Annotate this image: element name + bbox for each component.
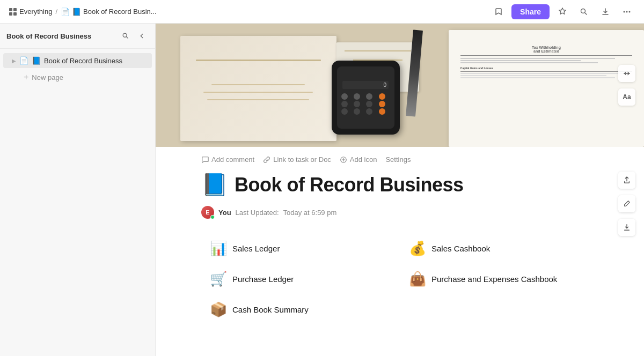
edit-button[interactable]	[618, 195, 635, 212]
svg-rect-2	[9, 12, 12, 16]
star-button[interactable]	[554, 3, 571, 20]
sidebar-icons	[119, 29, 149, 43]
topbar-left: Everything / 📄 📘 Book of Record Busin...	[9, 8, 486, 16]
new-page-plus-icon: +	[24, 72, 28, 82]
purchase-expenses-label: Purchase and Expenses Cashbook	[431, 275, 557, 284]
sidebar-collapse-button[interactable]	[135, 29, 149, 43]
svg-rect-3	[13, 12, 17, 16]
content-area: 0	[156, 24, 644, 356]
topbar: Everything / 📄 📘 Book of Record Busin...…	[0, 0, 644, 24]
share-button[interactable]: Share	[511, 4, 550, 19]
breadcrumb-sep: /	[55, 8, 57, 16]
sidebar-search-button[interactable]	[119, 29, 133, 43]
phone-screen: 0	[337, 66, 394, 129]
doc-item-cashbook-summary[interactable]: 📦 Cash Book Summary	[201, 295, 399, 324]
author-name: You	[218, 209, 231, 217]
expand-width-button[interactable]	[618, 65, 635, 82]
document-grid: 📊 Sales Ledger 💰 Sales Cashbook 🛒 Purcha…	[201, 234, 598, 324]
svg-point-4	[581, 9, 586, 13]
doc-item-purchase-ledger[interactable]: 🛒 Purchase Ledger	[201, 264, 399, 294]
svg-rect-1	[13, 8, 17, 11]
breadcrumb-doc-title: Book of Record Busin...	[83, 8, 157, 16]
more-button[interactable]	[618, 3, 635, 20]
author-avatar: E	[201, 206, 214, 219]
download-button[interactable]	[597, 3, 614, 20]
add-icon-button[interactable]: Add icon	[340, 155, 377, 164]
sidebar-header: Book of Record Business	[0, 24, 155, 49]
cashbook-summary-icon: 📦	[210, 301, 227, 318]
more-options-button[interactable]	[618, 219, 635, 236]
new-page-label: New page	[32, 73, 63, 81]
share-link-button[interactable]	[618, 172, 635, 189]
sidebar-item-book-record[interactable]: ▶ 📄 📘 Book of Record Business	[3, 53, 152, 68]
hero-image: 0	[156, 24, 644, 147]
svg-point-6	[626, 11, 628, 12]
purchase-ledger-icon: 🛒	[210, 271, 227, 287]
calc-buttons	[341, 93, 390, 115]
link-task-button[interactable]: Link to task or Doc	[263, 155, 331, 164]
sidebar-item-label: Book of Record Business	[44, 57, 147, 65]
svg-point-7	[629, 11, 631, 12]
doc-item-sales-ledger[interactable]: 📊 Sales Ledger	[201, 234, 399, 263]
main-layout: Book of Record Business ▶ 📄	[0, 24, 644, 356]
breadcrumb: Everything / 📄 📘 Book of Record Busin...	[9, 8, 157, 16]
author-row: E You Last Updated: Today at 6:59 pm	[201, 206, 598, 219]
sidebar: Book of Record Business ▶ 📄	[0, 24, 156, 356]
page-title: Book of Record Business	[235, 174, 464, 196]
settings-button[interactable]: Settings	[385, 155, 411, 164]
purchase-expenses-icon: 👜	[409, 271, 426, 287]
calc-display: 0	[342, 81, 389, 89]
doc-item-purchase-expenses[interactable]: 👜 Purchase and Expenses Cashbook	[400, 264, 598, 294]
font-size-button[interactable]: Aa	[618, 88, 635, 106]
sidebar-title: Book of Record Business	[6, 32, 91, 40]
page-toolbar: Add comment Link to task or Doc Add icon	[201, 147, 598, 168]
sidebar-page-emoji: 📘	[32, 56, 41, 65]
sales-ledger-icon: 📊	[210, 240, 227, 257]
add-comment-button[interactable]: Add comment	[201, 155, 254, 164]
last-updated-time: Today at 6:59 pm	[283, 209, 337, 217]
sidebar-doc-icon: 📄	[19, 56, 28, 65]
cashbook-summary-label: Cash Book Summary	[232, 305, 309, 314]
bookmark-button[interactable]	[490, 3, 507, 20]
breadcrumb-doc-icon: 📄	[61, 8, 70, 16]
right-floating-actions: Aa	[618, 65, 635, 106]
new-page-item[interactable]: + New page	[3, 69, 152, 85]
sales-cashbook-label: Sales Cashbook	[431, 244, 490, 253]
content-float-actions	[618, 172, 635, 236]
doc-item-sales-cashbook[interactable]: 💰 Sales Cashbook	[400, 234, 598, 263]
sales-ledger-label: Sales Ledger	[232, 244, 280, 253]
last-updated-label: Last Updated:	[236, 209, 279, 217]
hero-paper-left	[180, 36, 336, 141]
search-button[interactable]	[575, 3, 592, 20]
app-icon: Everything	[9, 8, 52, 16]
app-name: Everything	[19, 8, 52, 16]
svg-point-8	[123, 33, 127, 37]
hero-desk: 0	[156, 24, 644, 147]
svg-point-5	[624, 11, 625, 12]
purchase-ledger-label: Purchase Ledger	[232, 275, 294, 284]
sales-cashbook-icon: 💰	[409, 240, 426, 257]
topbar-right: Share	[490, 3, 635, 20]
page-body: Add comment Link to task or Doc Add icon	[158, 147, 641, 356]
breadcrumb-doc-icon2: 📘	[72, 8, 81, 16]
page-emoji: 📘	[201, 172, 228, 197]
expand-icon: ▶	[12, 58, 16, 64]
hero-tax-form: Tax Withholdingand Estimated Capital Gai…	[449, 30, 644, 147]
svg-rect-0	[9, 8, 12, 11]
author-status-indicator	[210, 215, 215, 219]
hero-phone: 0	[332, 61, 400, 135]
page-title-row: 📘 Book of Record Business	[201, 172, 598, 197]
